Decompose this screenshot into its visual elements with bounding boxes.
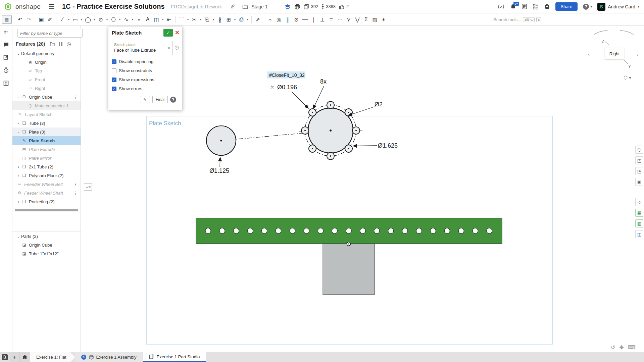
sketch-list-icon[interactable]: ≣ bbox=[2, 15, 12, 24]
suppress-icon[interactable] bbox=[59, 42, 62, 46]
chevron-down-icon[interactable]: ▾ bbox=[211, 15, 215, 24]
notifications-bell-icon[interactable]: 9+ bbox=[510, 4, 516, 10]
workspace-label[interactable]: Stage 1 bbox=[251, 4, 267, 9]
clear-selection-icon[interactable]: ✕ bbox=[167, 46, 170, 50]
outer-circle-center[interactable] bbox=[330, 130, 332, 132]
document-title[interactable]: 1C - Practice Exercise Solutions bbox=[62, 3, 165, 10]
closefit-label[interactable]: #CloseFit_10_32 bbox=[269, 72, 305, 78]
chevron-right-icon[interactable]: › bbox=[16, 121, 21, 125]
split-view-icon[interactable]: ◫ bbox=[635, 230, 643, 238]
tangent-constraint-icon[interactable]: ⊘ bbox=[292, 15, 300, 24]
tab-exercise-1-assembly[interactable]: ⇅ Exercise 1 Assembly bbox=[75, 352, 143, 362]
midpoint-constraint-icon[interactable]: ⋯ bbox=[336, 15, 344, 24]
chevron-down-icon[interactable]: ▾ bbox=[118, 15, 122, 24]
share-button[interactable]: Share bbox=[555, 2, 578, 11]
import-dxf-icon[interactable]: ⎙ bbox=[237, 15, 245, 24]
outer-diameter-dimension[interactable]: Ø2 bbox=[375, 101, 383, 108]
tree-item-mate-connector-1[interactable]: ◷ Mate connector 1 bbox=[12, 101, 81, 110]
ai-assistant-icon[interactable] bbox=[544, 4, 550, 10]
copy-properties-icon[interactable]: ▣ bbox=[37, 15, 45, 24]
chevron-down-icon[interactable]: ▾ bbox=[186, 15, 190, 24]
version-history-icon[interactable] bbox=[3, 67, 9, 73]
filter-input[interactable] bbox=[17, 29, 83, 38]
tree-item-origin[interactable]: ◉ Origin bbox=[12, 58, 81, 66]
insert-version-icon[interactable] bbox=[3, 29, 9, 35]
view-cube-face-right[interactable]: Right bbox=[605, 48, 624, 59]
trim-tool-icon[interactable]: ✂ bbox=[190, 15, 198, 24]
rectangle-tool-icon[interactable]: ▭ bbox=[71, 15, 79, 24]
checkbox-show-errors[interactable]: ✓ Show errors bbox=[112, 86, 179, 91]
mirror-tool-icon[interactable]: ◫ bbox=[152, 15, 160, 24]
part-item-origin-cube[interactable]: ◪ Origin Cube bbox=[12, 241, 81, 249]
copy-link-icon[interactable] bbox=[230, 4, 236, 9]
tree-item-plate-sketch[interactable]: ✎ Plate Sketch bbox=[12, 136, 81, 145]
tree-folder-pocketing[interactable]: › ❏ Pocketing (2) bbox=[12, 197, 81, 206]
rotate-right-icon[interactable]: › bbox=[637, 51, 639, 57]
chevron-right-icon[interactable]: › bbox=[16, 165, 21, 169]
final-button[interactable]: Final bbox=[152, 96, 168, 103]
left-circle-center[interactable] bbox=[220, 140, 222, 141]
chevron-down-icon[interactable]: ▾ bbox=[80, 15, 84, 24]
appearance-panel-icon[interactable]: ▥ bbox=[635, 219, 643, 227]
document-notes-icon[interactable] bbox=[3, 55, 9, 60]
comments-icon[interactable] bbox=[3, 42, 9, 47]
user-menu[interactable]: S Andrew Card ▾ bbox=[597, 3, 639, 11]
chevron-down-icon[interactable]: ⌄ bbox=[16, 95, 21, 99]
tree-item-front-plane[interactable]: ▱ Front bbox=[12, 75, 81, 84]
custom-tables-icon[interactable] bbox=[3, 81, 9, 86]
plate-holes[interactable] bbox=[205, 228, 492, 234]
chevron-right-icon[interactable]: › bbox=[16, 200, 21, 204]
line-tool-icon[interactable]: ∕ bbox=[58, 15, 66, 24]
undo-icon[interactable]: ↶ bbox=[16, 15, 24, 24]
chevron-down-icon[interactable]: ▾ bbox=[131, 15, 135, 24]
item-menu-icon[interactable]: ⋮ bbox=[73, 182, 79, 187]
view-orientation-icon[interactable]: ⬡ bbox=[635, 146, 643, 154]
concentric-constraint-icon[interactable]: ◎ bbox=[275, 15, 283, 24]
checkbox-checked-icon[interactable]: ✓ bbox=[112, 77, 116, 82]
chevron-down-icon[interactable]: ▾ bbox=[105, 15, 109, 24]
tree-folder-polycarb-floor[interactable]: › ❏ Polycarb Floor (2) bbox=[12, 171, 81, 180]
find-tab-icon[interactable] bbox=[0, 352, 9, 362]
help-menu[interactable]: ? ▾ bbox=[583, 4, 592, 10]
hidden-edges-icon[interactable]: ◰ bbox=[635, 156, 643, 164]
chevron-down-icon[interactable]: ▾ bbox=[233, 15, 237, 24]
rollback-clock-icon[interactable]: ◷ bbox=[66, 41, 71, 47]
checkbox-show-expressions[interactable]: ✓ Show expressions bbox=[112, 77, 179, 82]
chevron-down-icon[interactable]: ▾ bbox=[246, 15, 250, 24]
coincident-constraint-icon[interactable]: ⌁ bbox=[266, 15, 274, 24]
perpendicular-constraint-icon[interactable]: ⊥ bbox=[318, 15, 327, 24]
tab-exercise-1-flat[interactable]: Exercise 1: Flat bbox=[30, 352, 75, 362]
offset-tool-icon[interactable]: ⇤ bbox=[165, 15, 173, 24]
fix-constraint-icon[interactable]: ✶ bbox=[380, 15, 388, 24]
fillet-tool-icon[interactable]: ⌒ bbox=[178, 15, 186, 24]
mate-connector-icon[interactable]: ◷ bbox=[175, 44, 179, 50]
point-tool-icon[interactable]: ∘ bbox=[135, 15, 143, 24]
checkbox-checked-icon[interactable]: ✓ bbox=[112, 87, 116, 91]
pan-icon[interactable]: ✥ bbox=[619, 344, 624, 351]
tree-item-top-plane[interactable]: ▱ Top bbox=[12, 66, 81, 75]
linear-pattern-tool-icon[interactable]: ⊞ bbox=[225, 15, 233, 24]
rollback-bar[interactable] bbox=[15, 209, 78, 211]
feature-script-icon[interactable] bbox=[497, 4, 505, 10]
new-tab-button[interactable]: + bbox=[9, 352, 20, 362]
tree-item-right-plane[interactable]: ▱ Right bbox=[12, 84, 81, 93]
rotate-left-icon[interactable]: ‹ bbox=[588, 51, 590, 57]
left-circle-dimension[interactable]: Ø1.125 bbox=[209, 167, 229, 174]
center-point-circle-tool-icon[interactable]: ⊙ bbox=[97, 15, 105, 24]
app-store-icon[interactable] bbox=[533, 4, 539, 10]
chevron-down-icon[interactable]: ▾ bbox=[161, 15, 165, 24]
versions-stat[interactable]: 3388 bbox=[321, 4, 336, 9]
panel-expand-handle[interactable]: ⌄≡ bbox=[84, 183, 92, 191]
keyboard-shortcuts-icon[interactable]: ⌨ bbox=[628, 344, 636, 351]
orbit-icon[interactable]: ↺ bbox=[611, 344, 615, 351]
named-views-icon[interactable]: ▦ bbox=[635, 209, 643, 217]
copy-view-icon[interactable]: ▣ bbox=[635, 178, 643, 186]
tube-profile[interactable] bbox=[323, 244, 375, 295]
avatar[interactable]: S bbox=[597, 3, 605, 11]
view-cube-menu-icon[interactable]: ⬡ ▾ bbox=[624, 75, 631, 80]
vertical-constraint-icon[interactable]: ∣ bbox=[310, 15, 318, 24]
extend-tool-icon[interactable]: ⇗ bbox=[254, 15, 262, 24]
chevron-down-icon[interactable]: ▾ bbox=[67, 15, 71, 24]
tree-item-feeder-wheel-belt[interactable]: ∞ Feeeder Wheel Belt ⋮ bbox=[12, 180, 81, 189]
tree-item-origin-cube[interactable]: ⌄ ⎔ Origin Cube ⋮ bbox=[12, 93, 81, 101]
